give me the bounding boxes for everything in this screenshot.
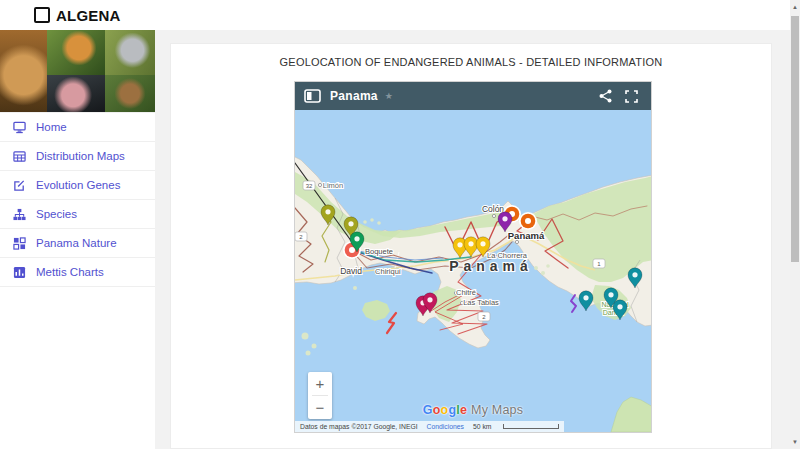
scale-bar <box>503 424 559 429</box>
town-dot <box>318 183 321 186</box>
sidebar-item-evolution-genes[interactable]: Evolution Genes <box>0 171 155 200</box>
place-label: Colón <box>482 204 504 214</box>
terms-link[interactable]: Condiciones <box>427 423 464 430</box>
sitemap-icon <box>12 207 26 221</box>
fullscreen-icon[interactable] <box>625 90 638 103</box>
harpy-eagle-photo <box>105 30 155 75</box>
place-label: Chiriquí <box>375 267 402 276</box>
my-maps-label: My Maps <box>471 403 523 417</box>
bird-photo <box>47 75 105 112</box>
route-shield: 32 <box>303 181 315 190</box>
sidebar-menu: HomeDistribution MapsEvolution GenesSpec… <box>0 112 155 287</box>
page-scrollbar[interactable]: ▲ ▼ <box>790 0 800 449</box>
edit-icon <box>12 178 26 192</box>
small-island <box>302 333 309 340</box>
small-island <box>363 220 367 224</box>
page-title: GEOLOCATION OF ENDANGERED ANIMALS - DETA… <box>171 56 771 68</box>
small-island <box>306 351 311 356</box>
map-data-credit: Datos de mapas ©2017 Google, INEGI <box>300 423 418 430</box>
side-panel-toggle-icon[interactable] <box>304 89 321 103</box>
scrollbar-thumb[interactable] <box>791 16 799 262</box>
google-logo: Google <box>423 403 467 417</box>
small-island <box>312 344 317 349</box>
share-icon[interactable] <box>599 89 612 103</box>
animal-collage <box>0 30 155 112</box>
desktop-icon <box>12 120 26 134</box>
brand[interactable]: ALGENA <box>34 7 121 24</box>
small-island <box>534 266 538 270</box>
zoom-in-button[interactable]: + <box>308 372 332 395</box>
place-label: Panamá <box>508 230 545 241</box>
fox-photo <box>0 30 47 112</box>
place-label: Panamá <box>449 258 533 274</box>
place-label: Boquete <box>365 247 393 256</box>
small-island <box>541 271 545 275</box>
brand-square-icon <box>34 7 50 23</box>
route-shield: 2 <box>295 232 307 241</box>
sidebar-item-distribution-maps[interactable]: Distribution Maps <box>0 142 155 171</box>
tamarin-photo <box>47 30 105 75</box>
monkey-photo <box>105 75 155 112</box>
sidebar-item-label: Panama Nature <box>36 237 117 249</box>
brand-text: ALGENA <box>56 7 121 24</box>
map-title: Panama <box>330 89 378 103</box>
app-window: ALGENA HomeDistribution MapsEvolution Ge… <box>0 0 800 449</box>
place-label: Limón <box>323 181 343 190</box>
route-shield: 1 <box>593 259 605 268</box>
sidebar: HomeDistribution MapsEvolution GenesSpec… <box>0 30 155 449</box>
scroll-up-arrow[interactable]: ▲ <box>790 2 800 12</box>
scale-label: 50 km <box>473 423 492 430</box>
table-icon <box>12 149 26 163</box>
sidebar-item-label: Mettis Charts <box>36 266 104 278</box>
small-island <box>370 218 374 222</box>
map-ring-marker[interactable] <box>519 212 537 230</box>
sidebar-item-home[interactable]: Home <box>0 113 155 142</box>
google-my-maps-watermark: GoogleMy Maps <box>295 403 651 417</box>
top-navbar: ALGENA <box>0 0 790 31</box>
chart-icon <box>12 265 26 279</box>
scroll-down-arrow[interactable]: ▼ <box>790 437 800 447</box>
map-attribution: Datos de mapas ©2017 Google, INEGI Condi… <box>295 421 564 432</box>
town-dot <box>492 214 495 217</box>
small-island <box>377 221 381 225</box>
place-label: David <box>340 266 362 276</box>
sidebar-item-mettis-charts[interactable]: Mettis Charts <box>0 258 155 287</box>
place-label: Las Tablas <box>463 298 499 307</box>
sidebar-item-label: Home <box>36 121 67 133</box>
sidebar-item-label: Species <box>36 208 77 220</box>
svg-text:32: 32 <box>306 183 313 189</box>
sidebar-item-panama-nature[interactable]: Panama Nature <box>0 229 155 258</box>
sidebar-item-label: Evolution Genes <box>36 179 120 191</box>
star-icon[interactable]: ★ <box>385 91 393 101</box>
sidebar-item-species[interactable]: Species <box>0 200 155 229</box>
map-header: Panama ★ <box>295 82 651 110</box>
small-island <box>546 264 550 268</box>
route-shield: 2 <box>478 312 490 321</box>
sidebar-item-label: Distribution Maps <box>36 150 125 162</box>
small-island <box>353 286 357 290</box>
map-widget: Panama ★ 32212LimónBoqueteDavidChiriquíC… <box>295 82 651 432</box>
grid-icon <box>12 236 26 250</box>
map-canvas[interactable]: 32212LimónBoqueteDavidChiriquíColónPanam… <box>295 110 651 432</box>
place-label: Chitré <box>456 288 476 297</box>
